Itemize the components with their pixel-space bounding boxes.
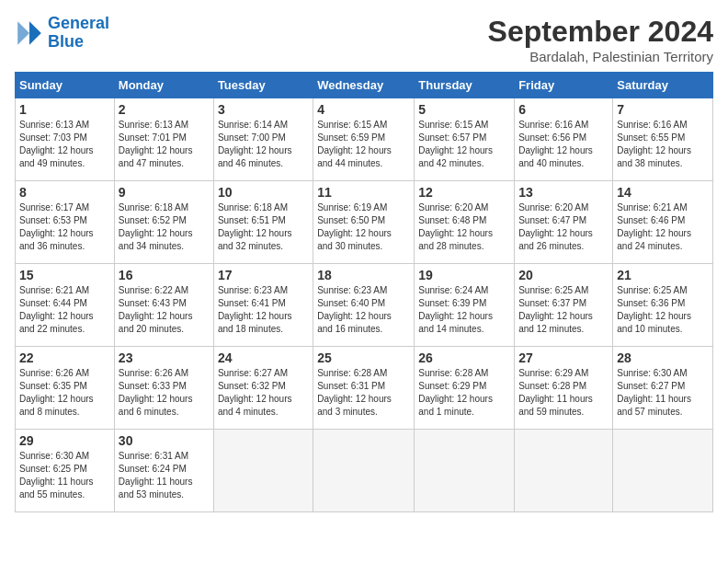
calendar-week-1: 1Sunrise: 6:13 AMSunset: 7:03 PMDaylight… — [16, 98, 713, 181]
calendar-cell: 17Sunrise: 6:23 AMSunset: 6:41 PMDayligh… — [213, 264, 313, 347]
logo-line2: Blue — [48, 32, 84, 51]
calendar-cell: 12Sunrise: 6:20 AMSunset: 6:48 PMDayligh… — [415, 181, 515, 264]
calendar-cell: 6Sunrise: 6:16 AMSunset: 6:56 PMDaylight… — [515, 98, 613, 181]
day-number: 2 — [119, 102, 210, 117]
calendar-cell: 1Sunrise: 6:13 AMSunset: 7:03 PMDaylight… — [16, 98, 115, 181]
location-subtitle: Bardalah, Palestinian Territory — [488, 49, 713, 64]
day-info: Sunrise: 6:23 AMSunset: 6:40 PMDaylight:… — [317, 284, 410, 336]
day-number: 3 — [218, 102, 309, 117]
calendar-cell: 15Sunrise: 6:21 AMSunset: 6:44 PMDayligh… — [16, 264, 115, 347]
calendar-cell — [213, 430, 313, 512]
day-info: Sunrise: 6:26 AMSunset: 6:35 PMDaylight:… — [19, 367, 110, 419]
logo-text: General Blue — [48, 15, 109, 52]
calendar-header-row: SundayMondayTuesdayWednesdayThursdayFrid… — [16, 73, 713, 98]
day-info: Sunrise: 6:13 AMSunset: 7:03 PMDaylight:… — [19, 119, 110, 170]
logo-line1: General — [48, 14, 109, 32]
day-number: 16 — [119, 268, 210, 282]
calendar-cell: 8Sunrise: 6:17 AMSunset: 6:53 PMDaylight… — [16, 181, 115, 264]
month-title: September 2024 — [488, 15, 713, 49]
svg-marker-0 — [29, 21, 41, 45]
day-info: Sunrise: 6:19 AMSunset: 6:50 PMDaylight:… — [317, 201, 410, 253]
day-number: 4 — [317, 102, 410, 117]
calendar-cell: 21Sunrise: 6:25 AMSunset: 6:36 PMDayligh… — [613, 264, 713, 347]
col-header-monday: Monday — [114, 73, 213, 98]
day-number: 14 — [617, 185, 709, 200]
calendar-cell — [415, 430, 515, 512]
day-info: Sunrise: 6:13 AMSunset: 7:01 PMDaylight:… — [119, 119, 210, 170]
day-info: Sunrise: 6:15 AMSunset: 6:57 PMDaylight:… — [418, 119, 510, 170]
day-info: Sunrise: 6:27 AMSunset: 6:32 PMDaylight:… — [218, 367, 309, 419]
calendar-cell: 4Sunrise: 6:15 AMSunset: 6:59 PMDaylight… — [313, 98, 415, 181]
calendar-cell: 7Sunrise: 6:16 AMSunset: 6:55 PMDaylight… — [613, 98, 713, 181]
day-info: Sunrise: 6:17 AMSunset: 6:53 PMDaylight:… — [19, 201, 110, 253]
day-number: 21 — [617, 268, 709, 282]
day-info: Sunrise: 6:20 AMSunset: 6:47 PMDaylight:… — [518, 201, 609, 253]
logo-icon — [15, 18, 44, 48]
calendar-cell: 26Sunrise: 6:28 AMSunset: 6:29 PMDayligh… — [415, 347, 515, 430]
calendar-week-4: 22Sunrise: 6:26 AMSunset: 6:35 PMDayligh… — [16, 347, 713, 430]
day-info: Sunrise: 6:31 AMSunset: 6:24 PMDaylight:… — [119, 450, 210, 501]
day-info: Sunrise: 6:16 AMSunset: 6:56 PMDaylight:… — [518, 119, 609, 170]
day-info: Sunrise: 6:20 AMSunset: 6:48 PMDaylight:… — [418, 201, 510, 253]
col-header-wednesday: Wednesday — [313, 73, 415, 98]
calendar-cell: 18Sunrise: 6:23 AMSunset: 6:40 PMDayligh… — [313, 264, 415, 347]
calendar-cell: 20Sunrise: 6:25 AMSunset: 6:37 PMDayligh… — [515, 264, 613, 347]
page-header: General Blue September 2024 Bardalah, Pa… — [15, 15, 713, 64]
day-number: 1 — [19, 102, 110, 117]
calendar-cell: 22Sunrise: 6:26 AMSunset: 6:35 PMDayligh… — [16, 347, 115, 430]
day-number: 30 — [119, 433, 210, 448]
day-info: Sunrise: 6:14 AMSunset: 7:00 PMDaylight:… — [218, 119, 309, 170]
day-info: Sunrise: 6:22 AMSunset: 6:43 PMDaylight:… — [119, 284, 210, 336]
day-number: 25 — [317, 350, 410, 365]
calendar-cell — [515, 430, 613, 512]
calendar-cell: 19Sunrise: 6:24 AMSunset: 6:39 PMDayligh… — [415, 264, 515, 347]
day-info: Sunrise: 6:28 AMSunset: 6:31 PMDaylight:… — [317, 367, 410, 419]
calendar-cell — [313, 430, 415, 512]
day-number: 24 — [218, 350, 309, 365]
title-block: September 2024 Bardalah, Palestinian Ter… — [488, 15, 713, 64]
calendar-cell: 10Sunrise: 6:18 AMSunset: 6:51 PMDayligh… — [213, 181, 313, 264]
calendar-cell: 13Sunrise: 6:20 AMSunset: 6:47 PMDayligh… — [515, 181, 613, 264]
day-number: 15 — [19, 268, 110, 282]
calendar-cell: 14Sunrise: 6:21 AMSunset: 6:46 PMDayligh… — [613, 181, 713, 264]
day-number: 23 — [119, 350, 210, 365]
calendar-cell: 29Sunrise: 6:30 AMSunset: 6:25 PMDayligh… — [16, 430, 115, 512]
day-info: Sunrise: 6:18 AMSunset: 6:52 PMDaylight:… — [119, 201, 210, 253]
calendar-week-5: 29Sunrise: 6:30 AMSunset: 6:25 PMDayligh… — [16, 430, 713, 512]
calendar-table: SundayMondayTuesdayWednesdayThursdayFrid… — [15, 72, 713, 512]
day-number: 12 — [418, 185, 510, 200]
calendar-cell: 23Sunrise: 6:26 AMSunset: 6:33 PMDayligh… — [114, 347, 213, 430]
day-number: 22 — [19, 350, 110, 365]
calendar-cell: 27Sunrise: 6:29 AMSunset: 6:28 PMDayligh… — [515, 347, 613, 430]
calendar-cell: 30Sunrise: 6:31 AMSunset: 6:24 PMDayligh… — [114, 430, 213, 512]
day-info: Sunrise: 6:16 AMSunset: 6:55 PMDaylight:… — [617, 119, 709, 170]
day-info: Sunrise: 6:21 AMSunset: 6:44 PMDaylight:… — [19, 284, 110, 336]
calendar-cell: 11Sunrise: 6:19 AMSunset: 6:50 PMDayligh… — [313, 181, 415, 264]
col-header-tuesday: Tuesday — [213, 73, 313, 98]
day-info: Sunrise: 6:23 AMSunset: 6:41 PMDaylight:… — [218, 284, 309, 336]
day-info: Sunrise: 6:15 AMSunset: 6:59 PMDaylight:… — [317, 119, 410, 170]
day-info: Sunrise: 6:26 AMSunset: 6:33 PMDaylight:… — [119, 367, 210, 419]
day-number: 9 — [119, 185, 210, 200]
day-info: Sunrise: 6:28 AMSunset: 6:29 PMDaylight:… — [418, 367, 510, 419]
day-info: Sunrise: 6:21 AMSunset: 6:46 PMDaylight:… — [617, 201, 709, 253]
day-info: Sunrise: 6:24 AMSunset: 6:39 PMDaylight:… — [418, 284, 510, 336]
logo: General Blue — [15, 15, 109, 52]
calendar-cell: 24Sunrise: 6:27 AMSunset: 6:32 PMDayligh… — [213, 347, 313, 430]
col-header-sunday: Sunday — [16, 73, 115, 98]
calendar-cell: 16Sunrise: 6:22 AMSunset: 6:43 PMDayligh… — [114, 264, 213, 347]
col-header-saturday: Saturday — [613, 73, 713, 98]
calendar-cell: 3Sunrise: 6:14 AMSunset: 7:00 PMDaylight… — [213, 98, 313, 181]
day-number: 29 — [19, 433, 110, 448]
day-number: 13 — [518, 185, 609, 200]
svg-marker-1 — [17, 21, 29, 45]
calendar-cell: 9Sunrise: 6:18 AMSunset: 6:52 PMDaylight… — [114, 181, 213, 264]
day-info: Sunrise: 6:18 AMSunset: 6:51 PMDaylight:… — [218, 201, 309, 253]
day-number: 10 — [218, 185, 309, 200]
calendar-week-3: 15Sunrise: 6:21 AMSunset: 6:44 PMDayligh… — [16, 264, 713, 347]
calendar-week-2: 8Sunrise: 6:17 AMSunset: 6:53 PMDaylight… — [16, 181, 713, 264]
day-number: 17 — [218, 268, 309, 282]
day-number: 28 — [617, 350, 709, 365]
col-header-friday: Friday — [515, 73, 613, 98]
day-number: 27 — [518, 350, 609, 365]
